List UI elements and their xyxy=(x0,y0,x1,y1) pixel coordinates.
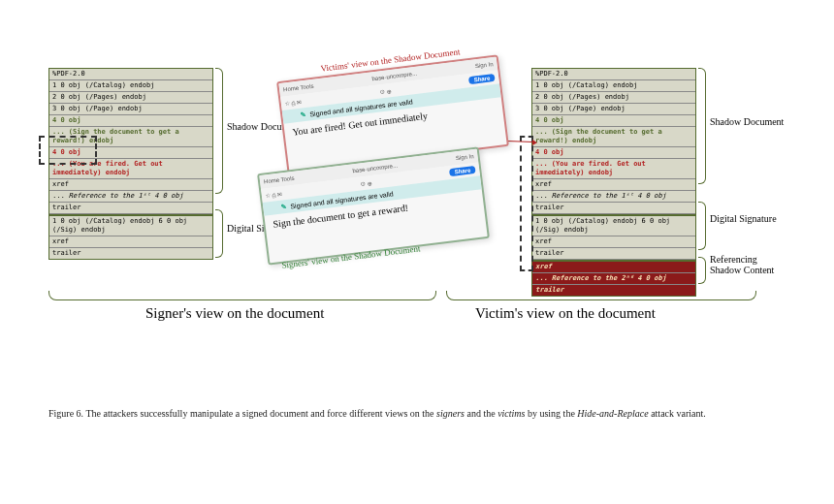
pdf-line: 1 0 obj (/Catalog) endobj xyxy=(49,80,212,92)
share-button[interactable]: Share xyxy=(468,74,495,84)
signature-icon: ✎ xyxy=(280,203,287,211)
pdf-line-malicious-xref: xref xyxy=(532,260,695,273)
pdf-line: 3 0 obj (/Page) endobj xyxy=(532,104,695,115)
pdf-line: xref xyxy=(532,179,695,191)
page-indicator: ⊙ ⊕ xyxy=(360,179,371,187)
pdf-line-ref1: ... Reference to the 1ˢᵗ 4 0 obj xyxy=(49,191,212,203)
signature-icon: ✎ xyxy=(300,110,306,119)
brace-sig-right xyxy=(698,202,706,250)
toolbar-icons: ☆ ⎙ ✉ xyxy=(265,190,282,199)
pdf-header: %PDF-2.0 xyxy=(49,69,212,80)
pdf-header: %PDF-2.0 xyxy=(532,69,695,80)
pdf-line-signature: 1 0 obj (/Catalog) endobj 6 0 obj (/Sig)… xyxy=(532,214,695,236)
page-indicator: ⊙ ⊕ xyxy=(379,87,391,95)
pdf-line-reward-obj: 4 0 obj xyxy=(532,115,695,127)
label-shadow-document-right: Shadow Document xyxy=(710,116,784,127)
attack-diagram: %PDF-2.0 1 0 obj (/Catalog) endobj 2 0 o… xyxy=(48,68,786,378)
pdf-line-ref1: ... Reference to the 1ˢᵗ 4 0 obj xyxy=(532,191,695,203)
label-victim-view: Victim's view on the document xyxy=(475,305,656,322)
brace-ref-right xyxy=(698,257,706,284)
pdf-line: xref xyxy=(49,236,212,248)
hidden-content-marker xyxy=(39,136,97,165)
toolbar-icons: ☆ ⎙ ✉ xyxy=(284,98,302,107)
toolbar-signin: Sign In xyxy=(475,61,494,69)
label-referencing-shadow: Referencing Shadow Content xyxy=(710,254,786,275)
brace-shadow-left xyxy=(215,68,223,194)
pdf-line: trailer xyxy=(532,203,695,214)
pdf-line-fired-content: ... (You are fired. Get out immediately)… xyxy=(532,159,695,179)
pdf-line: 3 0 obj (/Page) endobj xyxy=(49,104,212,115)
pdf-line: trailer xyxy=(49,203,212,214)
brace-sig-left xyxy=(215,209,223,258)
pdf-line: 1 0 obj (/Catalog) endobj xyxy=(532,80,695,92)
pdf-line-malicious-ref: ... Reference to the 2ⁿᵈ 4 0 obj xyxy=(532,273,695,285)
pdf-line: xref xyxy=(49,179,212,191)
pdf-line: trailer xyxy=(49,248,212,259)
toolbar-left: Home Tools xyxy=(283,83,314,93)
figure-caption: Figure 6. The attackers successfully man… xyxy=(48,407,786,420)
pdf-line-fired-obj: 4 0 obj xyxy=(532,147,695,159)
pdf-line-reward-obj: 4 0 obj xyxy=(49,115,212,127)
label-digital-signature-right: Digital Signature xyxy=(710,213,777,224)
brace-victim-view xyxy=(446,291,756,300)
pdf-line: 2 0 obj (/Pages) endobj xyxy=(49,92,212,104)
pdf-line-reward-content: ... (Sign the document to get a reward!)… xyxy=(532,127,695,147)
brace-signer-view xyxy=(48,291,436,300)
label-signer-view: Signer's view on the document xyxy=(145,305,324,322)
toolbar-left: Home Tools xyxy=(264,175,295,185)
victim-pdf-structure: %PDF-2.0 1 0 obj (/Catalog) endobj 2 0 o… xyxy=(531,68,696,297)
pdf-line-signature: 1 0 obj (/Catalog) endobj 6 0 obj (/Sig)… xyxy=(49,214,212,236)
pdf-line: 2 0 obj (/Pages) endobj xyxy=(532,92,695,104)
pdf-line: trailer xyxy=(532,248,695,260)
share-button[interactable]: Share xyxy=(449,166,475,176)
pdf-line: xref xyxy=(532,236,695,248)
center-screenshots: Victims' view on the Shadow Document Hom… xyxy=(252,58,524,271)
toolbar-signin: Sign In xyxy=(456,153,474,161)
brace-shadow-right xyxy=(698,68,706,184)
